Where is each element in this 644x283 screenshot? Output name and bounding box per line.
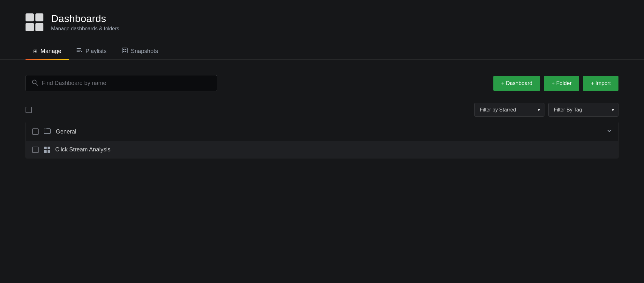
svg-rect-7 bbox=[123, 51, 124, 52]
svg-rect-8 bbox=[125, 51, 126, 52]
search-box[interactable] bbox=[26, 75, 217, 91]
dashboard-checkbox[interactable] bbox=[32, 147, 39, 153]
folder-expand-icon[interactable] bbox=[607, 128, 612, 135]
tab-snapshots-label: Snapshots bbox=[131, 48, 158, 55]
dashboard-list: General Click Stream Analysis bbox=[26, 122, 618, 158]
page-subtitle: Manage dashboards & folders bbox=[51, 26, 119, 32]
new-folder-button[interactable]: + Folder bbox=[544, 76, 579, 91]
new-dashboard-label: + Dashboard bbox=[501, 80, 532, 87]
folder-general-name: General bbox=[56, 128, 76, 135]
import-button[interactable]: + Import bbox=[583, 76, 618, 91]
svg-rect-6 bbox=[125, 49, 126, 50]
filter-starred-wrapper: Filter by Starred bbox=[474, 103, 544, 117]
page-header: Dashboards Manage dashboards & folders bbox=[0, 0, 644, 32]
new-folder-label: + Folder bbox=[551, 80, 572, 87]
header-text: Dashboards Manage dashboards & folders bbox=[51, 13, 119, 32]
page-title: Dashboards bbox=[51, 13, 119, 25]
toolbar: + Dashboard + Folder + Import bbox=[26, 75, 618, 91]
dashboard-click-stream-name: Click Stream Analysis bbox=[55, 146, 110, 153]
action-buttons: + Dashboard + Folder + Import bbox=[493, 76, 618, 91]
tab-playlists-label: Playlists bbox=[86, 48, 107, 55]
filter-starred-select[interactable]: Filter by Starred bbox=[474, 103, 544, 117]
snapshots-icon bbox=[122, 48, 128, 55]
folder-checkbox[interactable] bbox=[32, 128, 39, 135]
svg-rect-2 bbox=[77, 51, 80, 52]
svg-rect-0 bbox=[77, 48, 81, 49]
new-dashboard-button[interactable]: + Dashboard bbox=[493, 76, 540, 91]
tab-playlists[interactable]: Playlists bbox=[69, 43, 114, 60]
filter-dropdowns: Filter by Starred Filter By Tag bbox=[474, 103, 618, 117]
svg-rect-5 bbox=[123, 49, 124, 50]
tab-bar: ⊞ Manage Playlists Snapshots bbox=[0, 43, 644, 60]
svg-rect-1 bbox=[77, 50, 81, 50]
search-icon bbox=[32, 79, 38, 87]
filter-tag-wrapper: Filter By Tag bbox=[548, 103, 618, 117]
tab-snapshots[interactable]: Snapshots bbox=[114, 43, 166, 60]
playlists-icon bbox=[77, 48, 82, 55]
import-label: + Import bbox=[591, 80, 611, 87]
svg-marker-3 bbox=[81, 50, 82, 52]
svg-line-10 bbox=[36, 83, 38, 85]
folder-general-row[interactable]: General bbox=[26, 122, 618, 141]
select-all-checkbox[interactable] bbox=[26, 107, 32, 113]
manage-icon: ⊞ bbox=[33, 48, 37, 54]
tab-manage[interactable]: ⊞ Manage bbox=[26, 43, 69, 60]
dashboard-grid-icon bbox=[44, 147, 50, 153]
filter-tag-select[interactable]: Filter By Tag bbox=[548, 103, 618, 117]
search-input[interactable] bbox=[42, 80, 211, 87]
svg-rect-4 bbox=[122, 48, 127, 53]
dashboards-logo-icon bbox=[26, 13, 43, 31]
dashboard-click-stream-row[interactable]: Click Stream Analysis bbox=[26, 141, 618, 158]
folder-icon bbox=[44, 127, 51, 136]
tab-manage-label: Manage bbox=[41, 48, 61, 55]
filter-row: Filter by Starred Filter By Tag bbox=[26, 103, 618, 117]
main-content: + Dashboard + Folder + Import Filter by … bbox=[0, 60, 644, 174]
